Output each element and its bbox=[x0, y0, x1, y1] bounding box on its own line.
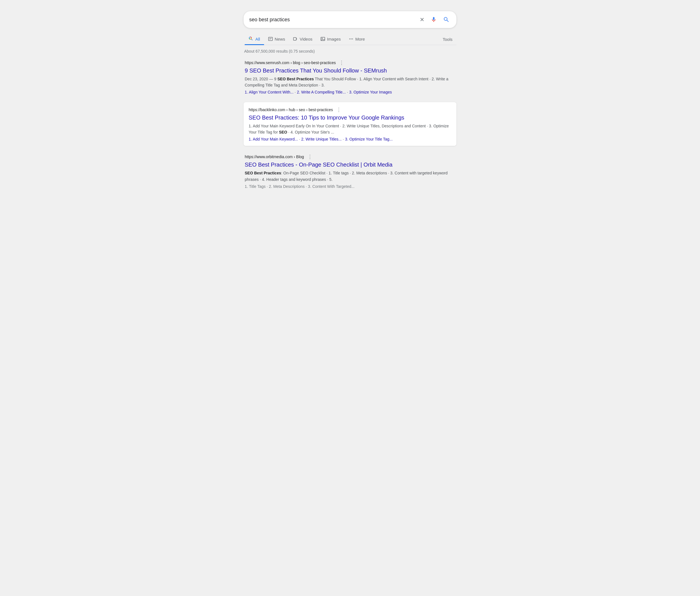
search-lens-icon bbox=[443, 16, 450, 23]
tab-all[interactable]: All bbox=[245, 33, 264, 45]
result-backlinko-sitelinks: 1. Add Your Main Keyword... · 2. Write U… bbox=[249, 137, 451, 141]
sitelink-backlinko-3[interactable]: 3. Optimize Your Title Tag... bbox=[345, 137, 393, 141]
result-backlinko-options[interactable]: ⋮ bbox=[336, 107, 341, 113]
more-tab-icon bbox=[349, 36, 354, 42]
svg-rect-2 bbox=[269, 37, 272, 41]
results-count: About 67,500,000 results (0.75 seconds) bbox=[244, 49, 456, 53]
images-tab-icon bbox=[320, 36, 325, 42]
result-semrush-url-row: https://www.semrush.com › blog › seo-bes… bbox=[245, 60, 455, 66]
sitelink-semrush-1[interactable]: 1. Align Your Content With... bbox=[245, 90, 294, 94]
news-tab-icon bbox=[268, 36, 273, 42]
svg-point-9 bbox=[349, 38, 350, 40]
svg-point-11 bbox=[352, 38, 353, 40]
microphone-icon bbox=[431, 16, 437, 24]
videos-tab-icon bbox=[293, 36, 298, 42]
sitelink-semrush-3[interactable]: 3. Optimize Your Images bbox=[349, 90, 392, 94]
sitelink-semrush-2[interactable]: 2. Write A Compelling Title... bbox=[297, 90, 346, 94]
result-backlinko-snippet: 1. Add Your Main Keyword Early On In You… bbox=[249, 123, 451, 135]
result-semrush-sitelinks: 1. Align Your Content With... · 2. Write… bbox=[245, 90, 455, 94]
svg-rect-5 bbox=[294, 37, 296, 40]
tab-images[interactable]: Images bbox=[317, 33, 345, 45]
result-orbitmedia-options[interactable]: ⋮ bbox=[307, 154, 312, 160]
sitelink-backlinko-1[interactable]: 1. Add Your Main Keyword... bbox=[249, 137, 298, 141]
result-backlinko: https://backlinko.com › hub › seo › best… bbox=[244, 102, 456, 146]
tab-more-label: More bbox=[355, 37, 365, 42]
tab-images-label: Images bbox=[327, 37, 341, 42]
search-button[interactable] bbox=[442, 15, 451, 24]
search-input[interactable] bbox=[249, 17, 419, 23]
result-orbitmedia-sitelinks: 1. Title Tags · 2. Meta Descriptions · 3… bbox=[245, 184, 455, 189]
result-orbitmedia-url-row: https://www.orbitmedia.com › Blog ⋮ bbox=[245, 154, 455, 160]
sitelink-orbit-3[interactable]: 3. Content With Targeted... bbox=[308, 184, 354, 189]
nav-tabs: All News Videos Images bbox=[244, 33, 456, 45]
result-semrush-options[interactable]: ⋮ bbox=[339, 60, 344, 66]
result-semrush-snippet: Dec 23, 2020 — 9 SEO Best Practices That… bbox=[245, 76, 455, 88]
tab-more[interactable]: More bbox=[345, 33, 369, 45]
result-semrush-title[interactable]: 9 SEO Best Practices That You Should Fol… bbox=[245, 67, 455, 74]
clear-button[interactable]: ✕ bbox=[419, 15, 426, 24]
all-tab-icon bbox=[249, 36, 254, 42]
tab-news-label: News bbox=[275, 37, 285, 42]
svg-point-10 bbox=[351, 38, 351, 40]
svg-marker-6 bbox=[296, 38, 297, 40]
search-icons: ✕ bbox=[419, 15, 451, 25]
search-bar: ✕ bbox=[244, 11, 456, 28]
result-backlinko-url-row: https://backlinko.com › hub › seo › best… bbox=[249, 107, 451, 113]
tab-videos-label: Videos bbox=[300, 37, 312, 42]
tab-videos[interactable]: Videos bbox=[289, 33, 317, 45]
result-backlinko-title[interactable]: SEO Best Practices: 10 Tips to Improve Y… bbox=[249, 114, 451, 121]
voice-search-button[interactable] bbox=[429, 15, 438, 25]
tab-all-label: All bbox=[255, 37, 260, 42]
sitelink-orbit-2[interactable]: 2. Meta Descriptions bbox=[269, 184, 305, 189]
result-orbitmedia-snippet: SEO Best Practices: On-Page SEO Checklis… bbox=[245, 170, 455, 182]
result-orbitmedia-url: https://www.orbitmedia.com › Blog bbox=[245, 155, 304, 159]
result-semrush-url: https://www.semrush.com › blog › seo-bes… bbox=[245, 60, 336, 65]
svg-point-8 bbox=[322, 38, 323, 39]
search-container: ✕ bbox=[244, 6, 456, 205]
result-backlinko-url: https://backlinko.com › hub › seo › best… bbox=[249, 107, 333, 112]
result-orbitmedia-title[interactable]: SEO Best Practices - On-Page SEO Checkli… bbox=[245, 161, 455, 168]
sitelink-orbit-1[interactable]: 1. Title Tags bbox=[245, 184, 266, 189]
tab-news[interactable]: News bbox=[264, 33, 289, 45]
tools-button[interactable]: Tools bbox=[439, 34, 456, 45]
result-semrush: https://www.semrush.com › blog › seo-bes… bbox=[244, 60, 456, 94]
result-orbitmedia: https://www.orbitmedia.com › Blog ⋮ SEO … bbox=[244, 154, 456, 188]
sitelink-backlinko-2[interactable]: 2. Write Unique Titles... bbox=[301, 137, 342, 141]
clear-icon: ✕ bbox=[420, 16, 424, 23]
